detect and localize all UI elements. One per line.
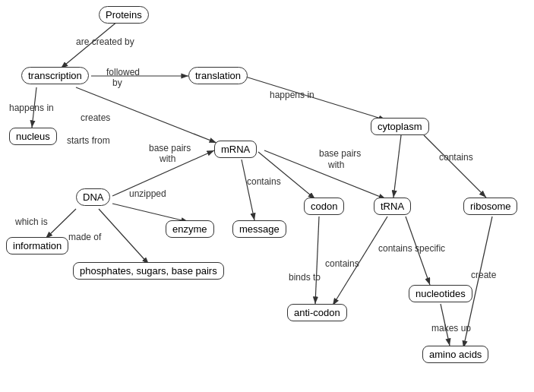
- node-anti-codon: anti-codon: [287, 304, 347, 321]
- edge-label-el8: base pairs: [149, 143, 191, 153]
- concept-map: Proteinstranscriptiontranslationcytoplas…: [0, 0, 534, 392]
- svg-line-10: [112, 204, 188, 222]
- edge-label-el6: creates: [81, 112, 110, 123]
- node-DNA: DNA: [76, 188, 110, 206]
- node-phosphates: phosphates, sugars, base pairs: [73, 262, 224, 280]
- node-cytoplasm: cytoplasm: [371, 118, 429, 135]
- edge-label-el13: unzipped: [129, 188, 166, 199]
- edge-label-el2: followed: [106, 67, 140, 77]
- edge-label-el7: starts from: [67, 135, 110, 146]
- node-proteins: Proteins: [99, 6, 149, 24]
- edge-label-el11: with: [328, 160, 344, 170]
- node-information: information: [6, 237, 68, 254]
- svg-line-11: [242, 160, 254, 220]
- edge-label-el14: contains: [247, 176, 281, 187]
- edge-label-el17: binds to: [289, 272, 321, 283]
- node-message: message: [232, 220, 286, 238]
- svg-line-9: [424, 135, 486, 198]
- svg-line-15: [315, 217, 319, 304]
- edge-label-el4: happens in: [270, 90, 314, 100]
- node-mRNA: mRNA: [214, 141, 257, 158]
- edge-label-el19: contains specific: [378, 243, 445, 254]
- node-enzyme: enzyme: [166, 220, 214, 238]
- node-codon: codon: [304, 198, 344, 215]
- edge-label-el9: with: [160, 153, 175, 164]
- edge-label-el12: contains: [439, 152, 473, 163]
- node-translation: translation: [188, 67, 248, 84]
- svg-line-8: [393, 135, 401, 198]
- edge-label-el1: are created by: [76, 36, 134, 47]
- edge-label-el18: contains: [325, 258, 359, 269]
- node-transcription: transcription: [21, 67, 89, 84]
- edge-label-el15: which is: [15, 217, 48, 227]
- node-ribosome: ribosome: [463, 198, 517, 215]
- svg-line-14: [99, 209, 149, 264]
- svg-line-3: [243, 76, 386, 120]
- edge-label-el5: happens in: [9, 103, 54, 113]
- edge-label-el10: base pairs: [319, 148, 361, 159]
- node-nucleus: nucleus: [9, 128, 57, 145]
- edge-label-el21: makes up: [431, 323, 471, 334]
- node-amino-acids: amino acids: [422, 346, 488, 363]
- svg-line-12: [258, 152, 315, 199]
- node-tRNA: tRNA: [374, 198, 411, 215]
- node-nucleotides: nucleotides: [409, 285, 472, 302]
- edge-label-el20: create: [471, 270, 496, 280]
- edge-label-el3: by: [112, 77, 122, 88]
- edge-label-el16: made of: [68, 232, 101, 242]
